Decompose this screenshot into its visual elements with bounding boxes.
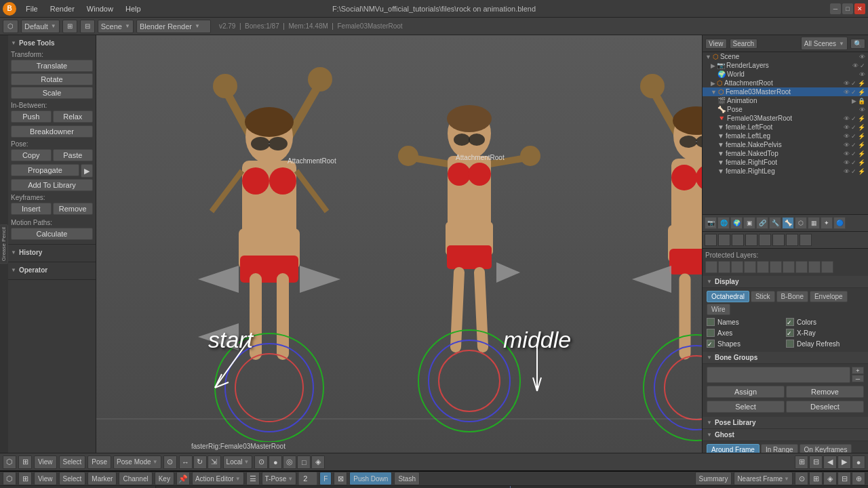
ae-select-btn[interactable]: Select [59,472,86,485]
stash-button[interactable]: Stash [394,472,420,485]
swatch-5[interactable] [759,234,771,246]
gp-tab-grease[interactable]: Grease Pencil [0,224,8,264]
push-button[interactable]: Push [11,110,52,123]
delay-refresh-checkbox[interactable] [786,340,794,348]
scene-item[interactable]: ▼ ⬡ Scene 👁 [703,52,868,61]
ghost-header[interactable]: Ghost [703,429,868,441]
world-props-icon[interactable]: 🌍 [730,217,743,229]
attachment-root-item[interactable]: ▶ ⬡ AttachmentRoot 👁✓⚡ [703,79,868,87]
ae-toggle[interactable]: ⊞ [18,472,32,485]
render-props-icon[interactable]: 📷 [705,217,717,229]
ae-icon-1[interactable]: ⊙ [795,472,808,485]
all-scenes-dropdown[interactable]: All Scenes [801,37,848,50]
swatch-8[interactable] [800,234,812,246]
anim-icon-3[interactable]: ◀ [823,455,837,469]
minimize-button[interactable]: ─ [830,3,841,14]
ae-key-btn[interactable]: Key [155,472,174,485]
viewport-editor-icon[interactable]: ⬡ [3,455,16,469]
swatch-6[interactable] [772,234,785,246]
ae-icon-4[interactable]: ⊟ [837,472,851,485]
modifier-props-icon[interactable]: 🔧 [769,217,781,229]
vp-icon-5[interactable]: ◈ [311,455,325,469]
relax-button[interactable]: Relax [53,110,94,123]
breakdowner-button[interactable]: Breakdowner [11,125,93,138]
add-to-library-button[interactable]: Add To Library [11,179,93,191]
anim-icon-1[interactable]: ⊞ [795,455,808,469]
vp-icon-4[interactable]: □ [297,455,311,469]
bone-groups-header[interactable]: Bone Groups [703,352,868,364]
colors-checkbox[interactable] [786,318,794,326]
particles-props-icon[interactable]: ✦ [821,217,833,229]
vp-icon-2[interactable]: ● [269,455,282,469]
layer-10[interactable] [821,261,833,273]
bone-groups-list[interactable] [707,367,850,383]
viewport-toggle[interactable]: ⊞ [18,455,32,469]
ae-marker-btn[interactable]: Marker [87,472,117,485]
right-foot-item[interactable]: ▼ female.RightFoot 👁✓⚡ [703,158,868,167]
right-leg-item[interactable]: ▼ female.RightLeg 👁✓⚡ [703,167,868,176]
frame-number[interactable]: 2 [298,472,317,485]
octahedral-tab[interactable]: Octahedral [707,291,749,302]
help-menu[interactable]: Help [120,3,146,14]
anim-icon-2[interactable]: ⊟ [809,455,823,469]
remove-from-group-button[interactable]: Remove [786,386,864,398]
left-foot-item[interactable]: ▼ female.LeftFoot 👁✓⚡ [703,123,868,131]
display-header[interactable]: Display [703,276,868,288]
push-down-button[interactable]: Push Down [349,472,392,485]
render-menu[interactable]: Render [45,3,80,14]
propagate-button[interactable]: Propagate [11,164,79,176]
mode-dropdown[interactable]: Pose Mode [113,455,161,469]
layer-2[interactable] [718,261,730,273]
layer-9[interactable] [808,261,821,273]
animation-item[interactable]: 🎬 Animation ▶🔒 [703,96,868,105]
scale-icon[interactable]: ⇲ [208,455,221,469]
naked-top-item[interactable]: ▼ female.NakedTop 👁✓⚡ [703,149,868,158]
layout-dropdown[interactable]: Default [21,20,60,33]
rotate-button[interactable]: Rotate [11,73,93,85]
on-keyframes-tab[interactable]: On Keyframes [800,444,852,453]
swatch-4[interactable] [745,234,757,246]
shapes-checkbox[interactable] [707,340,715,348]
texture-props-icon[interactable]: ▦ [808,217,820,229]
layer-1[interactable] [705,261,717,273]
3d-viewport[interactable]: User Persp [96,35,702,453]
pose-library-header[interactable]: Pose Library [703,417,868,429]
render-layers-item[interactable]: ▶ 📷 RenderLayers 👁 ✓ [703,61,868,70]
rotate-icon[interactable]: ↻ [193,455,207,469]
layer-3[interactable] [731,261,743,273]
assign-button[interactable]: Assign [707,386,785,398]
editor-type-icon[interactable]: ⬡ [3,20,18,33]
anim-icon-4[interactable]: ▶ [837,455,851,469]
ae-filter-icon[interactable]: ☰ [246,472,260,485]
names-checkbox[interactable] [707,318,715,326]
render-engine-dropdown[interactable]: Blender Render [136,20,211,33]
material-props-icon[interactable]: ⬡ [795,217,807,229]
layer-8[interactable] [795,261,808,273]
select-group-button[interactable]: Select [707,401,785,413]
fullscreen-btn[interactable]: ⊞ [62,20,77,33]
data-props-icon[interactable]: 🦴 [782,217,794,229]
copy-button[interactable]: Copy [11,149,52,161]
close-button[interactable]: ✕ [854,3,865,14]
object-props-icon[interactable]: ▣ [743,217,755,229]
layer-5[interactable] [757,261,769,273]
calculate-button[interactable]: Calculate [11,228,93,240]
search-button[interactable]: Search [730,39,758,49]
vp-icon-3[interactable]: ◎ [283,455,296,469]
female03-master-root-item2[interactable]: 🔻 Female03MasterRoot 👁✓⚡ [703,114,868,123]
insert-keyframe-button[interactable]: Insert [11,203,52,215]
pivot-icon[interactable]: ⊙ [163,455,177,469]
pose-tools-header[interactable]: Pose Tools [11,38,93,49]
envelope-tab[interactable]: Envelope [810,291,848,302]
female03-master-root-item[interactable]: ▼ ⬡ Female03MasterRoot 👁✓⚡ [703,87,868,96]
ae-icon-3[interactable]: ◈ [823,472,837,485]
paste-button[interactable]: Paste [53,149,94,161]
f-label[interactable]: F [319,472,332,485]
history-header[interactable]: History [11,247,93,259]
render-region-btn[interactable]: ⊟ [80,20,95,33]
scene-dropdown[interactable]: Scene [98,20,134,33]
action-editor-dropdown[interactable]: Action Editor [192,472,244,485]
maximize-button[interactable]: □ [842,3,853,14]
move-icon[interactable]: ↔ [179,455,193,469]
x-ray-checkbox[interactable] [786,329,794,337]
